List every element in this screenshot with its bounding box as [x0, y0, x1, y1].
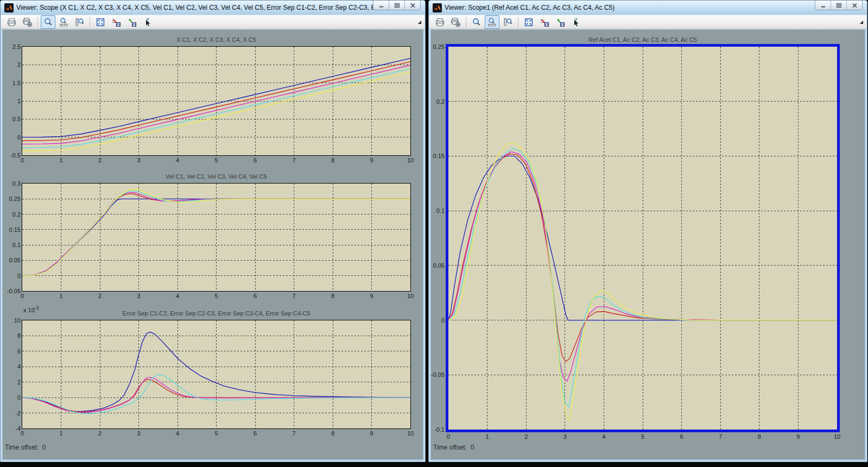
x-tick-label: 0 — [14, 293, 30, 299]
x-tick-label: 0 — [14, 430, 30, 437]
toolbar-separator — [466, 17, 466, 28]
print-preview-button[interactable] — [20, 15, 35, 29]
restore-button[interactable] — [389, 1, 405, 10]
x-tick-label: 10 — [402, 430, 419, 437]
x-tick-label: 4 — [169, 157, 186, 163]
restore-icon — [394, 3, 400, 8]
zoom-x-button[interactable] — [485, 15, 499, 29]
x-tick-label: 1 — [53, 293, 69, 299]
toolbar-separator — [37, 17, 38, 28]
zoom-button[interactable] — [469, 15, 484, 29]
restore-button[interactable] — [831, 1, 847, 10]
y-tick-label: 2 — [2, 61, 21, 68]
minimize-button[interactable] — [373, 1, 389, 10]
print-icon — [435, 17, 445, 27]
y-tick-label: 1.5 — [2, 80, 21, 86]
toolbar — [429, 15, 866, 29]
titlebar[interactable]: Viewer: Scope (X C1, X C2, X C3, X C4, X… — [1, 1, 425, 15]
x-tick-label: 2 — [92, 157, 108, 163]
time-offset: Time offset: 0 — [433, 444, 474, 451]
plot-area-plot-vel[interactable] — [22, 183, 411, 292]
x-tick-label: 5 — [635, 433, 651, 440]
autoscale-button[interactable] — [521, 15, 536, 29]
y-tick-label: 4 — [2, 363, 21, 370]
print-icon — [7, 17, 17, 27]
zoom-y-button[interactable] — [500, 15, 515, 29]
y-tick-label: 10 — [2, 317, 21, 324]
y-tick-label: 0 — [2, 134, 21, 141]
close-button[interactable] — [847, 1, 862, 10]
zoom-x-button[interactable] — [56, 15, 71, 29]
toolbar-overflow-chevron[interactable] — [417, 20, 422, 24]
y-tick-label: -0.05 — [426, 371, 445, 378]
x-tick-label: 9 — [790, 433, 806, 440]
x-tick-label: 8 — [751, 433, 768, 440]
x-tick-label: 4 — [595, 433, 612, 440]
save-axes-button[interactable] — [537, 15, 552, 29]
x-tick-label: 1 — [479, 433, 496, 440]
signal-selection-button[interactable] — [568, 15, 583, 29]
autoscale-button[interactable] — [93, 15, 107, 29]
y-tick-label: 0.25 — [426, 43, 445, 50]
x-tick-label: 2 — [92, 293, 108, 299]
zoom-icon — [43, 17, 53, 27]
zoom-x-icon — [487, 17, 497, 27]
y-tick-label: 0.15 — [2, 226, 21, 233]
time-offset-value: 0 — [42, 444, 46, 451]
zoom-y-button[interactable] — [72, 15, 87, 29]
y-tick-label: 1 — [2, 98, 21, 104]
restore-axes-button[interactable] — [124, 15, 139, 29]
minimize-button[interactable] — [815, 1, 831, 10]
close-button[interactable] — [405, 1, 420, 10]
toolbar — [1, 15, 425, 29]
print-preview-button[interactable] — [448, 15, 463, 29]
y-tick-label: 0.25 — [2, 195, 21, 202]
print-button[interactable] — [433, 15, 447, 29]
x-tick-label: 7 — [286, 293, 302, 299]
x-tick-label: 9 — [364, 293, 380, 299]
x-tick-label: 9 — [364, 430, 380, 437]
x-tick-label: 8 — [325, 157, 341, 163]
plot-area-plot-x[interactable] — [22, 46, 411, 156]
x-tick-label: 3 — [557, 433, 573, 440]
y-tick-label: 0.05 — [2, 257, 21, 263]
zoom-x-icon — [59, 17, 69, 27]
x-tick-label: 10 — [829, 433, 845, 440]
zoom-y-icon — [75, 17, 85, 27]
minimize-icon — [378, 3, 384, 8]
close-icon — [410, 3, 416, 8]
x-tick-label: 5 — [208, 430, 225, 437]
restore-axes-button[interactable] — [553, 15, 567, 29]
matlab-app-icon — [4, 3, 14, 12]
plot-area-plot-acc[interactable] — [446, 44, 840, 432]
y-tick-label: 0 — [2, 273, 21, 279]
save-axes-icon — [540, 17, 549, 27]
time-offset-value: 0 — [471, 444, 474, 451]
close-icon — [852, 3, 858, 8]
zoom-y-icon — [503, 17, 513, 27]
plot-area-plot-err[interactable] — [22, 320, 411, 429]
y-tick-label: 6 — [2, 348, 21, 355]
scope-viewer-window: Viewer: Scope (X C1, X C2, X C3, X C4, X… — [0, 0, 426, 462]
window-title: Viewer: Scope (X C1, X C2, X C3, X C4, X… — [16, 4, 423, 11]
y-tick-label: 0.1 — [2, 242, 21, 248]
window-title: Viewer: Scope1 (Ref Acel C1, Ac C2, Ac C… — [445, 4, 865, 11]
x-tick-label: 7 — [712, 433, 728, 440]
signal-selection-button[interactable] — [140, 15, 155, 29]
x-tick-label: 8 — [325, 293, 341, 299]
toolbar-overflow-chevron[interactable] — [859, 20, 864, 24]
save-axes-button[interactable] — [109, 15, 123, 29]
print-preview-icon — [22, 17, 33, 27]
y-tick-label: 0.05 — [426, 262, 445, 269]
y-tick-label: -0.1 — [426, 426, 445, 433]
x-tick-label: 0 — [440, 433, 457, 440]
zoom-button[interactable] — [41, 15, 55, 29]
toolbar-separator — [518, 17, 518, 28]
plot-title: Error Sep C1-C2, Error Sep C2-C3, Error … — [22, 310, 410, 317]
y-tick-label: 0 — [2, 394, 21, 401]
print-button[interactable] — [4, 15, 19, 29]
x-tick-label: 5 — [208, 157, 225, 163]
titlebar[interactable]: Viewer: Scope1 (Ref Acel C1, Ac C2, Ac C… — [429, 1, 867, 15]
x-tick-label: 10 — [402, 157, 419, 163]
restore-icon — [836, 3, 842, 8]
